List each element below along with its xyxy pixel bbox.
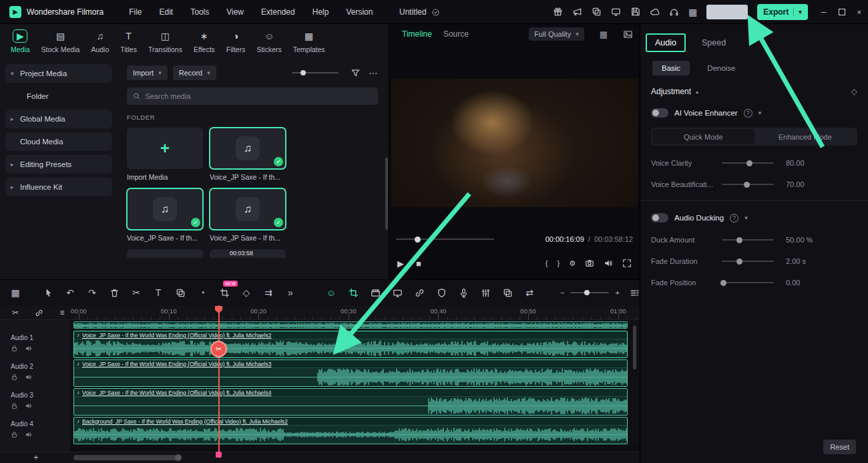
fade-duration-slider[interactable] bbox=[722, 261, 774, 262]
zoom-out-icon[interactable]: − bbox=[560, 289, 564, 297]
voice-clarity-slider[interactable] bbox=[722, 162, 774, 164]
media-tab-audio[interactable]: ♫ Audio bbox=[91, 29, 109, 53]
export-queue-icon[interactable] bbox=[592, 7, 602, 17]
track-lock-icon[interactable] bbox=[11, 373, 18, 381]
play-button[interactable]: ▶ bbox=[397, 259, 404, 269]
media-item-audio[interactable]: ♫ ✓ bbox=[210, 188, 286, 230]
media-tab-filters[interactable]: ◑ Filters bbox=[226, 29, 246, 53]
export-button[interactable]: Export ▾ bbox=[757, 4, 808, 20]
media-scrollbar[interactable] bbox=[385, 158, 388, 230]
tab-speed[interactable]: Speed bbox=[702, 38, 726, 47]
sidebar-item-global-media[interactable]: ▸ Global Media bbox=[5, 110, 112, 128]
search-input[interactable] bbox=[145, 92, 372, 100]
time-ruler[interactable]: 00:0000:1000:2000:3000:4000:5001:00 bbox=[70, 305, 640, 319]
workspace-layout-icon[interactable]: ▦ bbox=[688, 7, 697, 17]
speed-icon[interactable]: ◔ bbox=[196, 287, 208, 299]
track-mute-icon[interactable] bbox=[25, 345, 32, 352]
filter-funnel-icon[interactable] bbox=[351, 68, 361, 78]
track-header-audio-1[interactable]: Audio 1 bbox=[0, 331, 70, 358]
track-list-icon[interactable] bbox=[630, 288, 640, 298]
menu-extended[interactable]: Extended bbox=[261, 7, 295, 17]
account-area[interactable] bbox=[706, 5, 748, 19]
clapper-icon[interactable] bbox=[369, 287, 381, 299]
subtab-denoise[interactable]: Denoise bbox=[698, 61, 744, 75]
screen-recorder-icon[interactable] bbox=[611, 7, 621, 17]
compound-clip-icon[interactable] bbox=[501, 287, 513, 299]
menu-edit[interactable]: Edit bbox=[160, 7, 174, 17]
media-tab-titles[interactable]: T Titles bbox=[120, 29, 137, 53]
media-tab-transitions[interactable]: ◫ Transitions bbox=[148, 29, 182, 53]
maximize-button[interactable] bbox=[839, 9, 845, 15]
media-item-partial[interactable]: 00:03:58 bbox=[210, 249, 286, 258]
help-icon[interactable]: ? bbox=[744, 109, 752, 118]
snap-icon[interactable] bbox=[347, 287, 359, 299]
emoji-marker-icon[interactable]: ☺ bbox=[325, 287, 337, 299]
sidebar-item-editing-presets[interactable]: ▸ Editing Presets bbox=[5, 155, 112, 174]
media-tab-stickers[interactable]: ☺ Stickers bbox=[256, 29, 281, 53]
delete-icon[interactable] bbox=[108, 287, 120, 299]
timeline-horizontal-scrollbar[interactable] bbox=[73, 455, 180, 460]
menu-view[interactable]: View bbox=[226, 7, 244, 17]
save-project-icon[interactable] bbox=[630, 7, 640, 17]
link-clips-icon[interactable] bbox=[33, 307, 45, 319]
import-media-tile[interactable]: + bbox=[127, 128, 203, 169]
timeline-clip-audio-3[interactable]: ♪ Voice_JP Saxe - If the World Was Endin… bbox=[73, 388, 628, 416]
track-header-audio-4[interactable]: Audio 4 bbox=[0, 417, 70, 444]
media-item-audio[interactable]: ♫ ✓ bbox=[210, 128, 286, 169]
auto-ripple-icon[interactable]: ⇉ bbox=[262, 287, 274, 299]
settings-gear-icon[interactable]: ⚙ bbox=[569, 259, 576, 268]
more-tools-icon[interactable]: » bbox=[284, 287, 296, 299]
timeline-vertical-scrollbar[interactable] bbox=[633, 325, 636, 369]
quick-mode-button[interactable]: Quick Mode bbox=[652, 129, 754, 144]
export-dropdown-icon[interactable]: ▾ bbox=[799, 9, 802, 15]
timeline-clip-audio-4[interactable]: ♪ Background_JP Saxe - If the World Was … bbox=[73, 417, 628, 444]
close-button[interactable]: × bbox=[857, 8, 861, 16]
megaphone-icon[interactable] bbox=[572, 7, 582, 17]
sidebar-item-project-media[interactable]: ▾ Project Media bbox=[5, 64, 112, 83]
duck-amount-slider[interactable] bbox=[722, 239, 774, 241]
enhanced-mode-button[interactable]: Enhanced Mode bbox=[754, 129, 857, 144]
thumbnail-size-slider[interactable] bbox=[292, 72, 339, 73]
timeline-clip-audio-1[interactable]: ♪ Voice_JP Saxe - If the World Was Endin… bbox=[73, 331, 628, 358]
menu-file[interactable]: File bbox=[129, 7, 142, 17]
track-header-audio-3[interactable]: Audio 3 bbox=[0, 388, 70, 416]
chevron-down-icon[interactable]: ▾ bbox=[758, 110, 762, 116]
split-scissors-cursor-icon[interactable]: ✂ bbox=[210, 341, 227, 357]
track-lock-icon[interactable] bbox=[11, 402, 18, 410]
partial-clip-top[interactable] bbox=[73, 321, 628, 329]
media-tab-media[interactable]: ▶ Media bbox=[11, 29, 30, 53]
minimize-button[interactable]: ─ bbox=[821, 8, 827, 16]
reset-button[interactable]: Reset bbox=[823, 440, 856, 454]
zoom-slider[interactable] bbox=[570, 292, 609, 293]
zoom-in-icon[interactable]: + bbox=[615, 289, 619, 297]
quality-dropdown[interactable]: Full Quality ▾ bbox=[529, 27, 584, 41]
import-button[interactable]: Import ▾ bbox=[127, 65, 168, 80]
fade-position-slider[interactable] bbox=[722, 282, 774, 283]
media-tab-stock-media[interactable]: ▤ Stock Media bbox=[41, 29, 80, 53]
track-mute-icon[interactable] bbox=[25, 373, 32, 381]
playhead-line[interactable] bbox=[218, 305, 220, 455]
record-button[interactable]: Record ▾ bbox=[173, 65, 216, 80]
voiceover-mic-icon[interactable] bbox=[457, 287, 469, 299]
undo-icon[interactable]: ↶ bbox=[64, 287, 76, 299]
quick-split-icon[interactable]: ✂ bbox=[9, 307, 21, 319]
fullscreen-icon[interactable] bbox=[622, 259, 632, 268]
media-tab-templates[interactable]: ▦ Templates bbox=[293, 29, 325, 53]
support-icon[interactable] bbox=[669, 7, 679, 17]
menu-help[interactable]: Help bbox=[312, 7, 329, 17]
preview-layout-icon[interactable]: ▦ bbox=[600, 29, 608, 39]
marker-flag-icon[interactable] bbox=[435, 287, 447, 299]
audio-mixer-icon[interactable] bbox=[479, 287, 491, 299]
mark-in-icon[interactable]: { bbox=[546, 259, 548, 267]
track-lock-icon[interactable] bbox=[11, 345, 18, 352]
menu-version[interactable]: Version bbox=[346, 7, 373, 17]
media-item-partial[interactable] bbox=[127, 249, 203, 258]
color-scope-icon[interactable] bbox=[623, 29, 633, 39]
export-frame-icon[interactable] bbox=[391, 287, 403, 299]
more-options-icon[interactable]: ⋯ bbox=[369, 67, 378, 78]
track-mute-icon[interactable] bbox=[25, 431, 32, 438]
ripple-trim-icon[interactable]: ⇄ bbox=[523, 287, 535, 299]
crop-icon[interactable]: NEW bbox=[218, 287, 230, 299]
mark-out-icon[interactable]: } bbox=[557, 259, 560, 267]
subtab-basic[interactable]: Basic bbox=[652, 61, 690, 75]
